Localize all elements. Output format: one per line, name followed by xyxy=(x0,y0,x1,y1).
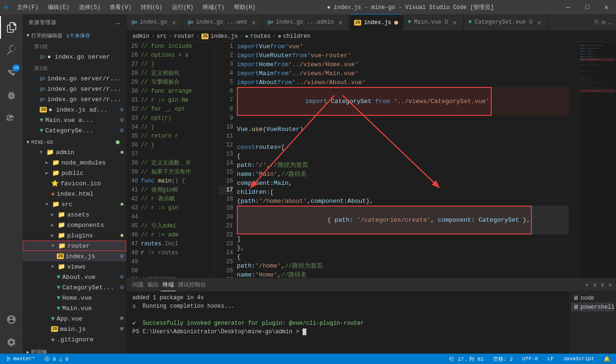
timeline-section[interactable]: ▶ 时间轴 xyxy=(23,347,126,354)
terminal-add-icon[interactable]: + xyxy=(585,281,589,289)
sidebar-more-icon[interactable]: … xyxy=(116,18,121,26)
tree-assets[interactable]: ▶ 📁 assets xyxy=(23,209,126,220)
bc-indexjs[interactable]: index.js xyxy=(210,33,238,40)
tree-aboutvue[interactable]: ▼ About.vue U xyxy=(23,272,126,282)
tab-mainvue[interactable]: ▼ Main.vue U ✕ xyxy=(403,14,464,30)
tree-favicon[interactable]: ⭐ favicon.ico xyxy=(23,178,126,189)
tree-gitignore[interactable]: ◆ .gitignore xyxy=(23,334,126,345)
menu-goto[interactable]: 转到(G) xyxy=(138,2,165,12)
terminal-chevron-down-icon[interactable]: ∨ xyxy=(600,281,604,289)
tree-mainjs[interactable]: JS main.js M xyxy=(23,324,126,334)
more-tabs-icon[interactable]: … xyxy=(608,18,612,26)
tab-indexgo1[interactable]: go index.go ✕ xyxy=(127,14,183,30)
activity-profile[interactable] xyxy=(0,308,23,331)
open-file-indexjs[interactable]: JS ● index.js ad... U xyxy=(23,104,126,115)
terminal-panel-powershell[interactable]: 🖥 powershell xyxy=(571,303,614,312)
bc-routes[interactable]: routes xyxy=(250,33,270,40)
activity-scm[interactable]: 10 xyxy=(0,61,23,84)
terminal-tab-debug[interactable]: 调试控制台 xyxy=(176,279,208,291)
tab-label4: index.js xyxy=(364,19,391,26)
terminal-close-icon[interactable]: ✕ xyxy=(608,281,612,289)
error-warning-count[interactable]: ⓪ 0 △ 0 xyxy=(43,355,70,364)
open-file-indexgo2[interactable]: go index.go server/r... xyxy=(23,84,126,94)
tree-homevue[interactable]: ▼ Home.vue xyxy=(23,293,126,303)
bc-router[interactable]: router xyxy=(174,33,194,40)
tree-public[interactable]: ▶ 📁 public xyxy=(23,168,126,178)
sidebar-content[interactable]: ▼ 打开的编辑器 1个未保存 第1组 go ● index.go server … xyxy=(23,30,126,354)
menu-terminal[interactable]: 终端(T) xyxy=(200,2,227,12)
menu-file[interactable]: 文件(F) xyxy=(14,2,42,12)
split-editor-icon[interactable]: ⎘ xyxy=(595,18,599,26)
feedback-icon[interactable]: 🔔 xyxy=(602,355,612,363)
tab-indexgo-admin[interactable]: go index.go ...admin ✕ xyxy=(263,14,349,30)
activity-extensions[interactable] xyxy=(0,107,23,130)
tree-indexhtml[interactable]: ◈ index.html xyxy=(23,189,126,199)
terminal-chevron-up-icon[interactable]: ∧ xyxy=(593,281,597,289)
bc-admin[interactable]: admin xyxy=(132,33,149,40)
terminal-tab-bar: 问题 输出 终端 调试控制台 + ∧ ∨ ✕ xyxy=(127,278,616,292)
open-editors-section[interactable]: ▼ 打开的编辑器 1个未保存 xyxy=(23,30,126,41)
tab-indexjs[interactable]: JS index.js xyxy=(349,14,403,30)
tree-appvue[interactable]: ▼ App.vue M xyxy=(23,313,126,324)
open-file-mainvue[interactable]: ▼ Main.vue a... U xyxy=(23,115,126,125)
node-label: node xyxy=(581,295,594,302)
tab-close1[interactable]: ✕ xyxy=(170,18,178,26)
menu-run[interactable]: 运行(R) xyxy=(169,2,197,12)
encoding-status[interactable]: UTF-8 xyxy=(521,355,540,363)
terminal-tab-output[interactable]: 输出 xyxy=(146,279,161,291)
error-count: ⓪ 0 △ 0 xyxy=(44,355,69,363)
tab-close2[interactable]: ✕ xyxy=(250,18,258,26)
spaces-status[interactable]: 空格: 2 xyxy=(491,355,515,364)
activity-search[interactable] xyxy=(0,39,23,61)
terminal-tab-terminal[interactable]: 终端 xyxy=(161,279,176,291)
tree-admin[interactable]: ▼ 📁 admin xyxy=(23,147,126,157)
tab-close6[interactable]: ✕ xyxy=(535,18,543,26)
tab-indexgo-web[interactable]: go index.go ...web ✕ xyxy=(183,14,263,30)
activity-explorer[interactable] xyxy=(0,16,23,39)
tree-src[interactable]: ▼ 📁 src xyxy=(23,199,126,209)
activity-debug[interactable] xyxy=(0,84,23,107)
tree-categorysetvue[interactable]: ▼ CategorySet... U xyxy=(23,282,126,293)
menu-help[interactable]: 帮助(H) xyxy=(231,2,259,12)
cat-label: CategorySet... xyxy=(62,284,114,291)
open-file-categoryset[interactable]: ▼ CategorySe... U xyxy=(23,125,126,136)
git-branch[interactable]: master* xyxy=(4,355,37,363)
open-file-indexgo1[interactable]: go index.go server/r... xyxy=(23,73,126,84)
menu-select[interactable]: 选择(S) xyxy=(76,2,104,12)
open-file-indexgo3[interactable]: go index.go server/r... xyxy=(23,94,126,104)
project-section[interactable]: ▼ MINE-GO xyxy=(23,138,126,147)
tree-plugins[interactable]: ▶ 📁 plugins xyxy=(23,230,126,241)
bc-children[interactable]: children xyxy=(283,33,311,40)
scm-badge: 10 xyxy=(12,64,20,72)
terminal-tab-problems[interactable]: 问题 xyxy=(130,279,146,291)
tree-router[interactable]: ▼ 📁 router xyxy=(23,241,126,251)
line-ending-status[interactable]: LF xyxy=(546,355,555,363)
project-label: MINE-GO xyxy=(31,139,53,145)
code-line-18: ] xyxy=(237,234,569,243)
tab-close3[interactable]: ✕ xyxy=(337,18,344,26)
terminal-content[interactable]: added 1 package in 4s ⚓ Running completi… xyxy=(127,292,569,354)
mainjs-label: main.js xyxy=(60,326,86,333)
tab-close5[interactable]: ✕ xyxy=(451,18,459,26)
go-line xyxy=(141,267,214,276)
language-status[interactable]: JavaScript xyxy=(561,355,596,363)
tab-categorysetvue[interactable]: ▼ CategorySet.vue U ✕ xyxy=(464,14,548,30)
js-code-area[interactable]: 12345 678910 1112131415 1617 1819202122 … xyxy=(214,42,578,278)
maximize-button[interactable]: □ xyxy=(581,2,593,12)
minimize-button[interactable]: — xyxy=(563,2,574,12)
menu-edit[interactable]: 编辑(E) xyxy=(45,2,72,12)
layout-icon[interactable]: ⊟ xyxy=(601,18,605,26)
tree-components[interactable]: ▶ 📁 components xyxy=(23,220,126,230)
tree-views[interactable]: ▼ 📁 views xyxy=(23,261,126,272)
menu-view[interactable]: 查看(V) xyxy=(107,2,134,12)
go-icon3: go xyxy=(40,87,45,92)
tree-mainvue[interactable]: ▼ Main.vue xyxy=(23,303,126,313)
bc-src[interactable]: src xyxy=(156,33,167,40)
close-button[interactable]: ✕ xyxy=(601,2,612,12)
activity-settings[interactable] xyxy=(0,331,23,354)
terminal-panel-node[interactable]: 🖥 node xyxy=(571,294,614,303)
row-col-status[interactable]: 行 17，列 62 xyxy=(447,355,486,364)
open-file-indexgo-server[interactable]: go ● index.go server xyxy=(23,52,126,62)
tree-indexjs[interactable]: JS index.js U xyxy=(23,251,126,261)
tree-node-modules[interactable]: ▶ 📁 node_modules xyxy=(23,157,126,168)
